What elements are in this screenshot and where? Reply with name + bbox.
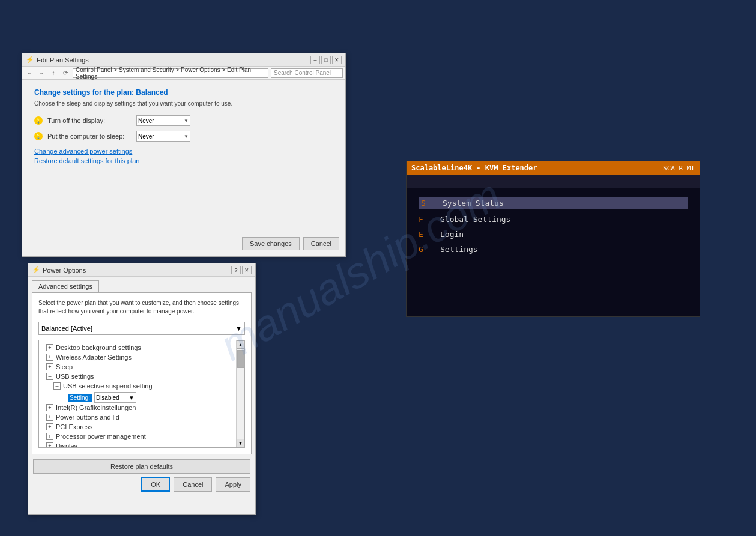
refresh-button[interactable]: ⟳ <box>61 68 70 78</box>
display-dropdown[interactable]: Never ▼ <box>136 115 190 126</box>
tree-label-pci: PCI Express <box>56 423 92 430</box>
power-action-buttons: OK Cancel Apply <box>33 477 250 492</box>
ok-button[interactable]: OK <box>141 477 170 492</box>
kvm-menu-item-global-settings[interactable]: F Global Settings <box>419 215 688 224</box>
display-icon: 💡 <box>34 116 43 125</box>
forward-button[interactable]: → <box>37 68 46 78</box>
tree-item-processor: + Processor power management <box>43 432 232 441</box>
display-value: Never <box>138 118 154 124</box>
tree-container: + Desktop background settings + Wireless… <box>38 340 245 448</box>
power-titlebar: ⚡ Power Options ? ✕ <box>28 263 255 277</box>
plan-selector[interactable]: Balanced [Active] ▼ <box>38 322 245 335</box>
power-title-group: ⚡ Power Options <box>32 266 86 274</box>
power-close-button[interactable]: ✕ <box>242 266 252 274</box>
kvm-menu-bar <box>407 175 700 188</box>
kvm-menu-item-system-status[interactable]: S System Status <box>419 197 688 209</box>
tree-expand-display[interactable]: + <box>46 442 53 448</box>
restore-plan-defaults-button[interactable]: Restore plan defaults <box>33 459 250 474</box>
scroll-thumb[interactable] <box>237 350 244 368</box>
power-help-button[interactable]: ? <box>231 266 241 274</box>
usb-setting-name[interactable]: Setting: <box>68 394 92 402</box>
close-button[interactable]: ✕ <box>332 56 342 64</box>
tree-label-desktop: Desktop background settings <box>56 344 141 351</box>
tree-expand-power-buttons[interactable]: + <box>46 414 53 421</box>
sleep-icon: 💡 <box>34 132 43 140</box>
kvm-label-system-status: System Status <box>443 199 504 208</box>
minimize-button[interactable]: – <box>310 56 320 64</box>
power-icon: ⚡ <box>32 266 40 274</box>
address-bar: ← → ↑ ⟳ Control Panel > System and Secur… <box>22 67 345 80</box>
plan-title: Change settings for the plan: Balanced <box>34 88 333 97</box>
kvm-key-f: F <box>419 215 428 224</box>
save-changes-button[interactable]: Save changes <box>242 237 300 250</box>
tree-item-intel: + Intel(R) Grafikeinstellungen <box>43 403 232 412</box>
tree-expand-usb-selective[interactable]: – <box>53 382 61 390</box>
tree-expand-intel[interactable]: + <box>46 404 53 411</box>
power-options-window: ⚡ Power Options ? ✕ Advanced settings Se… <box>28 263 256 515</box>
maximize-button[interactable]: □ <box>321 56 331 64</box>
tree-expand-usb[interactable]: – <box>46 373 53 380</box>
kvm-title: ScalableLine4K - KVM Extender <box>411 164 537 172</box>
kvm-label-login: Login <box>440 230 464 239</box>
display-dropdown-arrow: ▼ <box>184 118 189 124</box>
address-path[interactable]: Control Panel > System and Security > Po… <box>73 68 268 78</box>
power-title-text: Power Options <box>43 266 86 274</box>
tree-expand-desktop[interactable]: + <box>46 344 53 351</box>
cancel-button[interactable]: Cancel <box>303 237 339 250</box>
kvm-menu-item-login[interactable]: E Login <box>419 230 688 239</box>
tree-label-usb-selective: USB selective suspend setting <box>63 382 153 390</box>
tree-item-desktop: + Desktop background settings <box>43 343 232 352</box>
tree-expand-processor[interactable]: + <box>46 433 53 440</box>
top-bar <box>0 0 756 42</box>
tree-item-pci: + PCI Express <box>43 422 232 432</box>
tree-label-processor: Processor power management <box>56 433 146 440</box>
apply-button[interactable]: Apply <box>216 477 250 492</box>
tree-label-display: Display <box>56 442 77 448</box>
plan-selector-arrow: ▼ <box>235 325 242 332</box>
kvm-key-e: E <box>419 230 428 239</box>
usb-setting-value: Disabled <box>96 394 119 401</box>
kvm-key-s: S <box>421 199 431 208</box>
advanced-power-link[interactable]: Change advanced power settings <box>34 148 333 155</box>
up-button[interactable]: ↑ <box>49 68 58 78</box>
power-controls: ? ✕ <box>231 266 252 274</box>
tab-content: Select the power plan that you want to c… <box>32 292 252 454</box>
edit-plan-titlebar: ⚡ Edit Plan Settings – □ ✕ <box>22 53 345 67</box>
search-placeholder: Search Control Panel <box>274 70 331 76</box>
sleep-dropdown[interactable]: Never ▼ <box>136 131 190 142</box>
tab-advanced-settings[interactable]: Advanced settings <box>32 280 99 292</box>
display-label: Turn off the display: <box>47 117 132 124</box>
tree-expand-wireless[interactable]: + <box>46 354 53 361</box>
tab-strip: Advanced settings <box>28 277 255 292</box>
usb-setting-row: Setting: Disabled ▼ <box>43 391 232 403</box>
kvm-content: S System Status F Global Settings E Logi… <box>407 188 700 266</box>
tree-label-power-buttons: Power buttons and lid <box>56 414 119 421</box>
edit-plan-window: ⚡ Edit Plan Settings – □ ✕ ← → ↑ ⟳ Contr… <box>22 53 346 257</box>
address-path-text: Control Panel > System and Security > Po… <box>76 67 265 80</box>
tree-expand-sleep[interactable]: + <box>46 363 53 370</box>
links-section: Change advanced power settings Restore d… <box>34 148 333 164</box>
tree-scrollbar: ▲ ▼ <box>236 340 244 447</box>
usb-setting-dropdown[interactable]: Disabled ▼ <box>94 392 136 403</box>
tree-expand-pci[interactable]: + <box>46 423 53 430</box>
scroll-down-button[interactable]: ▼ <box>237 439 245 447</box>
tree-item-display: + Display <box>43 441 232 448</box>
back-button[interactable]: ← <box>25 68 34 78</box>
tree-item-usb-selective: – USB selective suspend setting <box>43 381 232 391</box>
scroll-up-button[interactable]: ▲ <box>237 340 245 349</box>
restore-defaults-link[interactable]: Restore default settings for this plan <box>34 157 333 164</box>
tree-label-sleep: Sleep <box>56 363 73 370</box>
tree-item-wireless: + Wireless Adapter Settings <box>43 352 232 362</box>
sleep-setting-row: 💡 Put the computer to sleep: Never ▼ <box>34 131 333 142</box>
power-desc: Select the power plan that you want to c… <box>38 299 245 316</box>
cancel-action-button[interactable]: Cancel <box>174 477 212 492</box>
tree-item-sleep: + Sleep <box>43 362 232 372</box>
kvm-menu-item-settings[interactable]: G Settings <box>419 245 688 254</box>
edit-plan-content: Change settings for the plan: Balanced C… <box>22 80 345 175</box>
kvm-header: ScalableLine4K - KVM Extender SCA_R_MI <box>407 161 700 175</box>
sleep-label: Put the computer to sleep: <box>47 133 132 140</box>
edit-plan-title-text: Edit Plan Settings <box>37 56 89 64</box>
search-box[interactable]: Search Control Panel <box>271 68 343 78</box>
edit-plan-controls: – □ ✕ <box>310 56 342 64</box>
sleep-value: Never <box>138 133 154 140</box>
